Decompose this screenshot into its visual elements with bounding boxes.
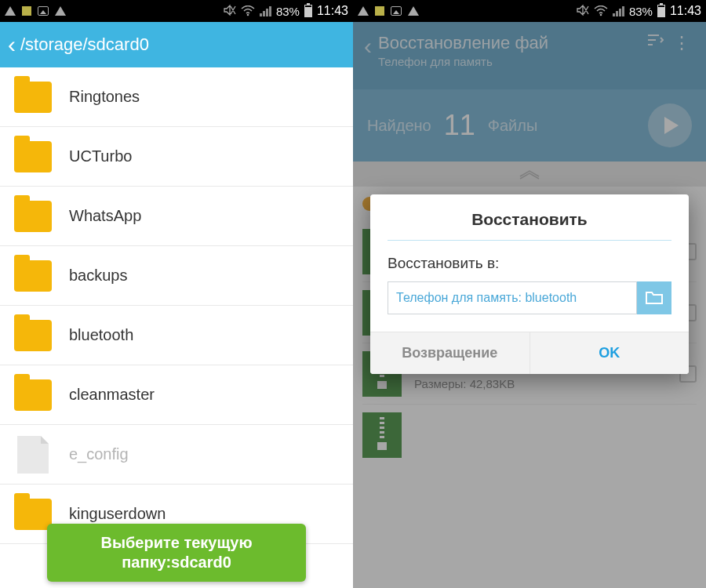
select-folder-button[interactable]: Выберите текущую папку:sdcard0 — [47, 524, 306, 582]
battery-pct: 83% — [629, 5, 653, 18]
browse-button[interactable] — [637, 281, 671, 314]
app-notif-icon — [375, 6, 384, 16]
ok-button[interactable]: OK — [530, 332, 690, 374]
clock: 11:43 — [670, 4, 701, 18]
signal-icon — [260, 5, 271, 16]
list-item[interactable]: e_config — [0, 425, 353, 485]
back-icon[interactable]: ‹ — [8, 31, 16, 58]
mute-icon — [224, 5, 236, 18]
current-path: /storage/sdcard0 — [20, 34, 149, 55]
list-item[interactable]: backups — [0, 246, 353, 306]
list-item[interactable]: cleanmaster — [0, 365, 353, 425]
item-label: WhatsApp — [69, 207, 141, 225]
list-item[interactable]: UCTurbo — [0, 127, 353, 187]
screen-recovery: 83% 11:43 ‹ Восстановление фай Телефон д… — [353, 0, 706, 588]
item-label: backups — [69, 267, 128, 285]
mute-icon — [577, 5, 589, 18]
status-bar: 83% 11:43 — [0, 0, 353, 22]
battery-icon — [304, 5, 312, 17]
folder-icon — [14, 499, 52, 530]
folder-icon — [14, 141, 52, 172]
dialog-buttons: Возвращение OK — [370, 332, 689, 374]
select-btn-line1: Выберите текущую — [55, 533, 298, 553]
screenshot-icon — [38, 6, 49, 16]
screen-file-browser: 83% 11:43 ‹ /storage/sdcard0 Ringtones U… — [0, 0, 353, 588]
warning-icon — [408, 6, 419, 16]
dialog-label: Восстановить в: — [388, 255, 671, 272]
app-notif-icon — [22, 6, 31, 16]
cancel-button[interactable]: Возвращение — [370, 332, 530, 374]
path-bar[interactable]: ‹ /storage/sdcard0 — [0, 22, 353, 67]
list-item[interactable]: WhatsApp — [0, 187, 353, 246]
file-list: Ringtones UCTurbo WhatsApp backups bluet… — [0, 67, 353, 544]
folder-icon — [14, 201, 52, 232]
svg-point-1 — [600, 14, 602, 16]
svg-point-0 — [247, 14, 249, 16]
warning-icon — [5, 6, 16, 16]
item-label: UCTurbo — [69, 147, 132, 165]
warning-icon — [358, 6, 369, 16]
dialog-title: Восстановить — [370, 194, 689, 240]
restore-path-input[interactable]: Телефон для память: bluetooth — [388, 281, 637, 314]
item-label: Ringtones — [69, 88, 140, 106]
list-item[interactable]: Ringtones — [0, 67, 353, 127]
folder-icon — [14, 260, 52, 292]
restore-dialog: Восстановить Восстановить в: Телефон для… — [370, 194, 689, 374]
wifi-icon — [241, 5, 255, 16]
clock: 11:43 — [317, 4, 348, 18]
wifi-icon — [594, 5, 608, 16]
folder-icon — [14, 82, 52, 113]
item-label: e_config — [69, 445, 129, 463]
screenshot-icon — [391, 6, 402, 16]
item-label: bluetooth — [69, 326, 133, 344]
warning-icon — [55, 6, 66, 16]
signal-icon — [613, 5, 624, 16]
battery-pct: 83% — [276, 5, 300, 18]
status-bar: 83% 11:43 — [353, 0, 706, 22]
file-icon — [17, 436, 49, 474]
folder-icon — [14, 320, 52, 351]
select-btn-line2: папку:sdcard0 — [55, 553, 298, 572]
battery-icon — [657, 5, 665, 17]
list-item[interactable]: bluetooth — [0, 306, 353, 365]
folder-icon — [14, 379, 52, 411]
item-label: kinguserdown — [69, 505, 166, 523]
item-label: cleanmaster — [69, 386, 155, 404]
